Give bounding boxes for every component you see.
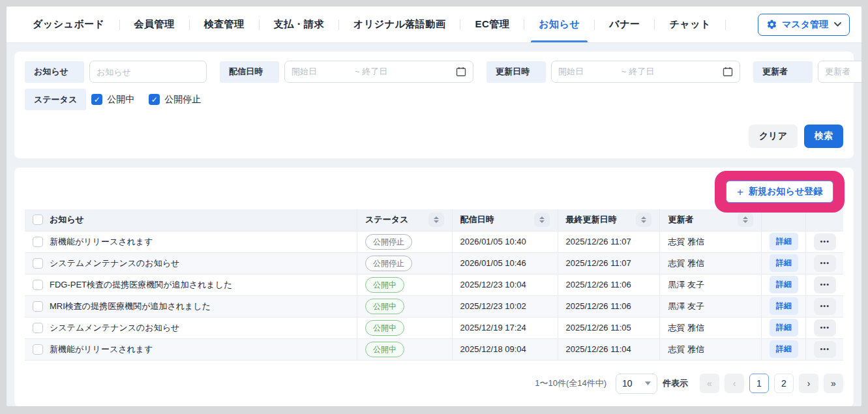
detail-button[interactable]: 詳細	[770, 254, 798, 272]
calendar-icon[interactable]	[456, 67, 466, 77]
sort-button-status[interactable]	[428, 213, 444, 227]
row-checkbox[interactable]	[33, 344, 43, 355]
updater-name: 黒澤 友子	[660, 295, 762, 317]
nav-item-banner[interactable]: バナー	[595, 7, 654, 42]
status-badge: 公開中	[365, 299, 404, 314]
notice-title: MRI検査の提携医療機関が追加されました	[50, 301, 211, 312]
delivered-at: 2025/12/19 17:24	[452, 317, 558, 338]
notice-search-input[interactable]	[89, 61, 207, 83]
page-size-value: 10	[622, 378, 633, 389]
gear-icon	[766, 19, 777, 30]
nav-item-notices[interactable]: お知らせ	[524, 7, 594, 42]
updater-name: 黒澤 友子	[660, 274, 762, 295]
update-date-filter-label: 更新日時	[486, 61, 546, 83]
detail-button[interactable]: 詳細	[770, 297, 798, 315]
updater-filter-label: 更新者	[753, 61, 813, 83]
column-header-updated: 最終更新日時	[566, 214, 617, 226]
table-row: システムメンテナンスのお知らせ 公開中 2025/12/19 17:24 202…	[25, 317, 843, 338]
column-header-updater: 更新者	[668, 214, 693, 226]
table-row: 新機能がリリースされます 公開中 2025/12/18 09:04 2025/1…	[25, 338, 843, 360]
delivery-date-filter-label: 配信日時	[220, 61, 279, 83]
notices-panel: + 新規お知らせ登録 お知らせ	[14, 168, 854, 406]
nav-item-billing[interactable]: 支払・請求	[260, 7, 339, 42]
page-content: お知らせ 配信日時 開始日 ~ 終了日 更新日時	[7, 43, 861, 406]
sort-button-updater[interactable]	[738, 213, 753, 227]
ellipsis-icon: •••	[820, 237, 830, 245]
nav-item-dashboard[interactable]: ダッシュボード	[18, 7, 119, 42]
admin-app-window: ダッシュボード 会員管理 検査管理 支払・請求 オリジナル落語動画 EC管理 お…	[7, 7, 861, 406]
nav-item-exams[interactable]: 検査管理	[190, 7, 259, 42]
next-page-button[interactable]: ›	[799, 374, 818, 393]
status-checkbox-published[interactable]: ✓ 公開中	[91, 94, 134, 106]
row-checkbox[interactable]	[33, 301, 43, 312]
create-notice-label: 新規お知らせ登録	[749, 186, 822, 198]
delivered-at: 2025/12/18 09:04	[452, 338, 558, 360]
pagination-summary: 1〜10件(全14件中)	[535, 377, 606, 389]
pink-highlight-annotation: + 新規お知らせ登録	[715, 171, 845, 213]
detail-button[interactable]: 詳細	[770, 233, 798, 250]
notice-title: システムメンテナンスのお知らせ	[50, 258, 179, 269]
updated-at: 2025/12/26 11:07	[558, 252, 660, 274]
detail-button[interactable]: 詳細	[770, 340, 798, 358]
page-button-1[interactable]: 1	[749, 374, 769, 393]
more-menu-button[interactable]: •••	[814, 298, 836, 315]
updater-select[interactable]: 更新者	[818, 61, 861, 83]
notices-table: お知らせ ステータス	[25, 209, 843, 361]
delivered-at: 2025/12/23 10:02	[452, 295, 558, 317]
more-menu-button[interactable]: •••	[814, 341, 836, 358]
page-button-2[interactable]: 2	[774, 374, 794, 393]
ellipsis-icon: •••	[820, 302, 830, 310]
updated-at: 2025/12/26 11:04	[558, 338, 660, 360]
more-menu-button[interactable]: •••	[814, 319, 836, 336]
delivered-at: 2026/01/05 10:40	[452, 231, 558, 252]
update-date-range-input[interactable]: 開始日 ~ 終了日	[551, 61, 740, 83]
status-checkbox-stopped[interactable]: ✓ 公開停止	[149, 94, 201, 106]
row-checkbox[interactable]	[33, 323, 43, 333]
nav-items: ダッシュボード 会員管理 検査管理 支払・請求 オリジナル落語動画 EC管理 お…	[18, 7, 758, 42]
ellipsis-icon: •••	[820, 280, 830, 288]
calendar-icon[interactable]	[723, 67, 733, 77]
master-management-button[interactable]: マスタ管理	[758, 14, 850, 36]
nav-item-chat[interactable]: チャット	[655, 7, 725, 42]
updater-name: 志賀 雅信	[660, 231, 762, 252]
nav-item-ec[interactable]: EC管理	[460, 7, 524, 42]
prev-page-button[interactable]: ‹	[725, 374, 744, 393]
sort-button-delivered[interactable]	[534, 213, 550, 227]
search-button[interactable]: 検索	[804, 125, 843, 148]
notice-title: 新機能がリリースされます	[50, 236, 153, 248]
delivered-at: 2026/01/05 10:46	[452, 252, 558, 274]
table-toolbar: + 新規お知らせ登録	[25, 168, 843, 209]
row-checkbox[interactable]	[33, 258, 43, 269]
first-page-button[interactable]: «	[700, 374, 719, 393]
sort-button-updated[interactable]	[636, 213, 651, 227]
column-header-delivered: 配信日時	[460, 214, 494, 226]
checkbox-checked-icon: ✓	[91, 94, 102, 105]
page-size-select[interactable]: 10	[616, 374, 657, 394]
create-notice-button[interactable]: + 新規お知らせ登録	[726, 181, 833, 203]
updated-at: 2025/12/26 11:05	[558, 317, 660, 338]
clear-button[interactable]: クリア	[749, 125, 798, 148]
status-badge: 公開中	[365, 277, 404, 293]
row-checkbox[interactable]	[33, 280, 43, 290]
row-checkbox[interactable]	[33, 237, 43, 247]
table-row: 新機能がリリースされます 公開停止 2026/01/05 10:40 2025/…	[25, 231, 843, 252]
page-size-unit-label: 件表示	[663, 377, 688, 389]
last-page-button[interactable]: »	[824, 374, 843, 393]
table-row: システムメンテナンスのお知らせ 公開停止 2026/01/05 10:46 20…	[25, 252, 843, 274]
more-menu-button[interactable]: •••	[814, 233, 836, 250]
nav-item-members[interactable]: 会員管理	[120, 7, 189, 42]
end-date-placeholder: ~ 終了日	[355, 66, 456, 78]
updated-at: 2025/12/26 11:07	[558, 231, 660, 252]
more-menu-button[interactable]: •••	[814, 276, 836, 293]
select-all-checkbox[interactable]	[33, 214, 43, 225]
delivery-date-range-input[interactable]: 開始日 ~ 終了日	[284, 61, 473, 83]
detail-button[interactable]: 詳細	[770, 276, 798, 293]
master-button-label: マスタ管理	[782, 19, 828, 31]
updater-name: 志賀 雅信	[660, 252, 762, 274]
nav-item-rakugo-video[interactable]: オリジナル落語動画	[339, 7, 460, 42]
delivered-at: 2025/12/23 10:04	[452, 274, 558, 295]
more-menu-button[interactable]: •••	[814, 255, 836, 272]
detail-button[interactable]: 詳細	[770, 319, 798, 336]
column-header-notice: お知らせ	[50, 214, 84, 226]
notice-title: システムメンテナンスのお知らせ	[50, 322, 179, 334]
